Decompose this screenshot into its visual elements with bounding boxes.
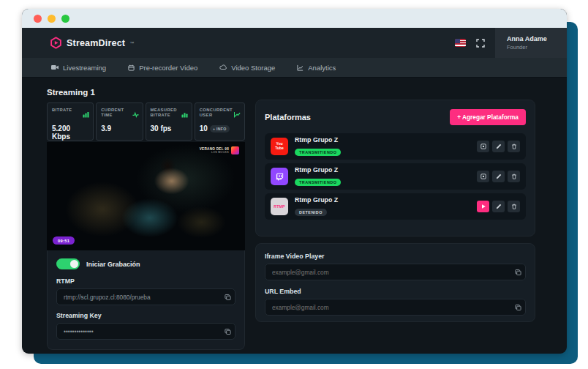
platform-row-twitch: Rtmp Grupo Z TRANSMITIENDO <box>265 163 526 190</box>
platform-name: Rtmp Grupo Z <box>295 136 477 144</box>
stat-card-current-time: CURRENT TIME 3.9 <box>96 102 143 141</box>
embed-panel: Iframe Video Player URL Embed <box>255 243 535 322</box>
platform-name: Rtmp Grupo Z <box>295 196 477 204</box>
app-window: StreamDirect ™ Anna Adame Founder <box>22 9 567 354</box>
stat-label: MEASURED BITRATE <box>151 108 180 118</box>
stop-button[interactable] <box>477 171 489 182</box>
stat-card-bitrate: BITRATE 5.200 Kbps <box>47 102 94 141</box>
copy-icon[interactable] <box>225 328 231 335</box>
platform-name: Rtmp Grupo Z <box>295 166 477 174</box>
close-button[interactable] <box>34 15 42 23</box>
user-role: Founder <box>507 44 555 51</box>
content: Streaming 1 BITRATE 5.200 Kbps <box>22 78 567 350</box>
iframe-player-label: Iframe Video Player <box>265 253 526 260</box>
platforms-panel: Plataformas + Agregar Plataforma You Tub… <box>255 100 535 236</box>
nav-label: Livestreaming <box>63 64 106 72</box>
nav-item-livestreaming[interactable]: Livestreaming <box>51 64 106 72</box>
stat-label: CONCURRENT USER <box>200 108 233 118</box>
watermark-subtitle: LOS MOCKS <box>200 151 229 154</box>
stat-value: 10 <box>200 124 208 133</box>
us-flag-icon[interactable] <box>455 39 466 47</box>
iframe-player-input[interactable] <box>265 264 526 280</box>
brand-trademark: ™ <box>129 41 134 45</box>
status-badge: TRANSMITIENDO <box>295 179 341 186</box>
rtmp-input[interactable] <box>56 288 235 305</box>
nav-item-analytics[interactable]: Analytics <box>297 64 336 72</box>
calendar-icon <box>128 64 135 71</box>
video-watermark: VERANO DEL 98 LOS MOCKS <box>200 146 239 154</box>
status-badge: TRANSMITIENDO <box>295 149 341 156</box>
rtmp-label: RTMP <box>56 277 235 285</box>
topbar-right: Anna Adame Founder <box>455 28 567 58</box>
nav-label: Analytics <box>308 64 336 72</box>
add-platform-button[interactable]: + Agregar Plataforma <box>450 109 526 125</box>
stop-button[interactable] <box>477 141 489 152</box>
url-embed-input[interactable] <box>265 299 526 316</box>
stats-row: BITRATE 5.200 Kbps CURRENT TIME <box>47 102 245 141</box>
info-badge[interactable]: + INFO <box>210 125 230 133</box>
record-toggle-label: Iniciar Grabación <box>86 261 140 268</box>
stream-column: Streaming 1 BITRATE 5.200 Kbps <box>47 83 245 350</box>
minimize-button[interactable] <box>48 15 56 23</box>
nav-item-video-storage[interactable]: Video Storage <box>219 64 275 72</box>
platform-row-youtube: You Tube Rtmp Grupo Z TRANSMITIENDO <box>265 133 526 160</box>
stat-card-concurrent-user: CONCURRENT USER 10 + INFO <box>195 102 245 141</box>
bar-chart-icon <box>83 108 89 121</box>
copy-icon[interactable] <box>515 304 521 310</box>
edit-button[interactable] <box>492 201 505 212</box>
status-badge: DETENIDO <box>295 209 327 216</box>
copy-icon[interactable] <box>225 294 231 300</box>
nav-item-pre-recorder-video[interactable]: Pre-recorder Video <box>128 64 197 72</box>
user-menu[interactable]: Anna Adame Founder <box>495 28 567 58</box>
trend-line-icon <box>234 108 241 121</box>
page-title: Streaming 1 <box>47 88 245 97</box>
streaming-key-input[interactable] <box>56 323 235 340</box>
bar-chart-icon <box>181 108 188 121</box>
streamdirect-logo-icon <box>50 37 62 49</box>
stream-settings-panel: Iniciar Grabación RTMP Streaming Key <box>47 250 245 350</box>
user-name: Anna Adame <box>507 35 555 42</box>
platforms-column: Plataformas + Agregar Plataforma You Tub… <box>255 100 535 350</box>
maximize-button[interactable] <box>61 15 69 23</box>
delete-button[interactable] <box>508 201 520 212</box>
edit-button[interactable] <box>492 141 505 152</box>
main-nav: Livestreaming Pre-recorder Video Video S… <box>22 58 567 78</box>
fullscreen-icon[interactable] <box>476 39 485 48</box>
edit-button[interactable] <box>492 171 505 182</box>
twitch-icon <box>271 168 288 185</box>
video-timestamp-badge: 09:51 <box>53 236 75 245</box>
delete-button[interactable] <box>508 141 520 152</box>
stat-value: 5.200 Kbps <box>52 124 89 141</box>
youtube-icon: You Tube <box>271 138 288 155</box>
stat-value: 3.9 <box>101 124 111 133</box>
cloud-icon <box>219 64 227 70</box>
stat-label: BITRATE <box>52 108 72 113</box>
record-toggle[interactable] <box>56 258 80 269</box>
stat-label: CURRENT TIME <box>101 108 130 118</box>
video-camera-icon <box>51 64 59 70</box>
platforms-title: Plataformas <box>265 113 311 122</box>
titlebar <box>22 9 567 28</box>
url-embed-label: URL Embed <box>265 288 526 295</box>
video-player[interactable]: VERANO DEL 98 LOS MOCKS 09:51 <box>47 142 245 250</box>
delete-button[interactable] <box>508 171 520 182</box>
play-button[interactable] <box>477 201 489 212</box>
top-app-bar: StreamDirect ™ Anna Adame Founder <box>22 28 567 58</box>
channel-logo-icon <box>231 146 239 154</box>
platform-row-rtmp: RTMP Rtmp Grupo Z DETENIDO <box>265 193 526 220</box>
brand-logo: StreamDirect ™ <box>50 37 134 49</box>
line-chart-icon <box>297 64 304 71</box>
screen: StreamDirect ™ Anna Adame Founder <box>0 0 588 369</box>
streaming-key-label: Streaming Key <box>56 312 235 319</box>
stat-value: 30 fps <box>151 124 172 133</box>
stat-card-measured-bitrate: MEASURED BITRATE 30 fps <box>146 102 192 141</box>
copy-icon[interactable] <box>515 269 521 275</box>
rtmp-icon: RTMP <box>271 198 288 215</box>
brand-name: StreamDirect <box>67 38 125 48</box>
nav-label: Pre-recorder Video <box>139 64 197 72</box>
activity-icon <box>132 108 139 121</box>
nav-label: Video Storage <box>231 64 275 72</box>
